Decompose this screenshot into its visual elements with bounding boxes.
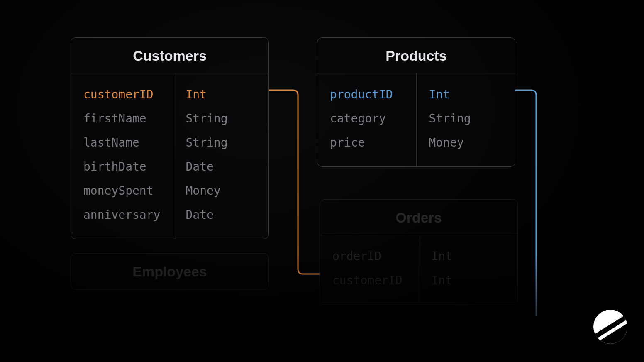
field-name: birthDate [83, 155, 160, 179]
field-name: lastName [83, 131, 160, 155]
field-type: Money [185, 179, 256, 203]
table-employees: Employees [71, 253, 269, 290]
field-name: customerID [332, 269, 406, 293]
field-type: Date [185, 155, 256, 179]
table-title: Customers [71, 38, 268, 73]
column-field-types: Int String String Date Money Date [173, 73, 268, 239]
field-name: customerID [83, 83, 160, 107]
field-type: String [185, 107, 256, 131]
field-name: firstName [83, 107, 160, 131]
field-type: String [429, 107, 503, 131]
schema-canvas: Customers customerID firstName lastName … [0, 0, 644, 362]
field-name: category [330, 107, 404, 131]
field-type: Int [185, 83, 256, 107]
column-field-names: productID category price [317, 73, 417, 166]
field-type: Int [432, 269, 505, 293]
column-field-types: Int String Money [417, 73, 515, 166]
table-customers: Customers customerID firstName lastName … [71, 37, 269, 239]
field-type: Money [429, 131, 503, 155]
brand-logo-icon [593, 310, 627, 345]
table-title: Employees [71, 254, 268, 289]
table-products: Products productID category price Int St… [317, 37, 515, 167]
field-type: String [185, 131, 256, 155]
column-field-names: orderID customerID [320, 235, 419, 304]
field-type: Int [432, 245, 505, 269]
field-name: anniversary [83, 203, 160, 227]
field-name: orderID [332, 245, 406, 269]
table-title: Orders [320, 200, 517, 235]
field-name: moneySpent [83, 179, 160, 203]
table-title: Products [317, 38, 515, 73]
column-field-names: customerID firstName lastName birthDate … [71, 73, 173, 239]
field-type: Int [429, 83, 503, 107]
field-name: price [330, 131, 404, 155]
column-field-types: Int Int [419, 235, 518, 304]
field-type: Date [185, 203, 256, 227]
field-name: productID [330, 83, 404, 107]
table-orders: Orders orderID customerID Int Int [320, 199, 518, 305]
